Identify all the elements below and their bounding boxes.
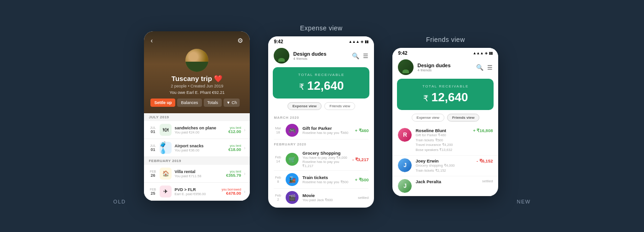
item-sub: Roseline has to pay you ₹460 bbox=[302, 131, 351, 135]
friend-info: Jack Peralta bbox=[415, 179, 478, 184]
item-sub: You paid €711.58 bbox=[174, 174, 223, 178]
friend-avatar: J bbox=[398, 158, 412, 172]
friend-avatar: J bbox=[398, 179, 412, 193]
old-phone-header: ‹ ⚙ Tuscany trip ❤️ 2 people • Created J… bbox=[144, 31, 250, 113]
item-date: Feb 26 bbox=[149, 170, 157, 178]
total-amount: ₹ 12,640 bbox=[279, 79, 363, 93]
main-container: OLD ‹ ⚙ Tuscany trip ❤️ 2 people • Creat… bbox=[0, 15, 644, 217]
total-card: TOTAL RECEIVABLE ₹ 12,640 bbox=[397, 79, 494, 110]
february-label: FEBRUARY 2020 bbox=[274, 142, 368, 146]
status-time: 9:42 bbox=[398, 51, 407, 56]
friend-item[interactable]: R Roseline Blunt Gift for Parker ₹460 Tr… bbox=[392, 125, 498, 156]
list-item[interactable]: Jul 01 🧳💧 Airport snacks You paid €36.00… bbox=[144, 139, 250, 157]
expense-view-title: Expense view bbox=[300, 24, 342, 32]
list-item[interactable]: Jul 01 🍽 sandwiches on plane You paid €2… bbox=[144, 121, 250, 139]
status-bar: 9:42 ▲▲▲ ◈ ▮▮ bbox=[268, 36, 374, 46]
item-name: Villa rental bbox=[174, 169, 223, 174]
old-header-top: ‹ ⚙ bbox=[150, 37, 243, 44]
group-avatar-img bbox=[274, 48, 289, 64]
totals-button[interactable]: Totals bbox=[204, 99, 222, 107]
total-label: TOTAL RECEIVABLE bbox=[279, 73, 363, 77]
friend-name: Roseline Blunt bbox=[415, 128, 469, 133]
old-phone-card: ‹ ⚙ Tuscany trip ❤️ 2 people • Created J… bbox=[144, 31, 250, 201]
friends-view-title: Friends view bbox=[426, 36, 465, 43]
item-icon: 🎮 bbox=[286, 124, 299, 137]
roseline-avatar: R bbox=[398, 128, 412, 142]
item-info: PVD > FLR Earl E. paid €956.00 bbox=[174, 187, 218, 196]
list-item[interactable]: Feb 14 🛒 Grocery Shopping You have to pa… bbox=[274, 148, 368, 171]
new-label-section: NEW bbox=[517, 24, 530, 208]
old-label: OLD bbox=[113, 199, 126, 204]
item-sub: You have to pay Joey ₹4,000Roseline has … bbox=[302, 156, 348, 168]
list-item[interactable]: Feb 26 🏠 Villa rental You paid €711.58 y… bbox=[144, 165, 250, 183]
item-info: Movie You paid Jack ₹600 bbox=[302, 193, 354, 202]
item-name: Airport snacks bbox=[174, 144, 225, 148]
friends-view-tab[interactable]: Friends view bbox=[324, 102, 355, 110]
item-date: Feb 2 bbox=[274, 193, 282, 202]
item-sub: You paid Jack ₹600 bbox=[302, 198, 354, 202]
group-members: 4 friends bbox=[293, 57, 352, 61]
item-name: Train tickets bbox=[302, 175, 351, 180]
old-phone: ‹ ⚙ Tuscany trip ❤️ 2 people • Created J… bbox=[144, 31, 250, 201]
item-icon: 🧳💧 bbox=[160, 142, 172, 154]
gear-icon[interactable]: ⚙ bbox=[237, 37, 243, 44]
item-sub: You paid €36.00 bbox=[174, 148, 225, 152]
status-bar: 9:42 ▲▲▲ ◈ ▮▮ bbox=[392, 48, 498, 58]
friend-item[interactable]: J Jack Peralta settled bbox=[392, 176, 498, 196]
item-amount: + ₹460 bbox=[355, 128, 368, 133]
list-item[interactable]: Mar 18 🎮 Gift for Parker Roseline has to… bbox=[274, 122, 368, 139]
group-name: Design dudes bbox=[417, 63, 476, 68]
menu-icon[interactable]: ☰ bbox=[487, 64, 493, 71]
item-info: Villa rental You paid €711.58 bbox=[174, 169, 223, 178]
currency-symbol: ₹ bbox=[299, 82, 304, 92]
menu-icon[interactable]: ☰ bbox=[363, 52, 368, 59]
settle-up-button[interactable]: Settle up bbox=[150, 99, 175, 107]
group-header: Design dudes 4 friends 🔍 ☰ bbox=[392, 58, 498, 79]
expense-list: July 2019 Jul 01 🍽 sandwiches on plane Y… bbox=[144, 113, 250, 201]
group-members: 4 friends bbox=[417, 68, 476, 72]
section-july: July 2019 bbox=[144, 113, 250, 121]
trip-title: Tuscany trip ❤️ bbox=[150, 75, 243, 83]
group-avatar bbox=[398, 59, 414, 75]
joey-avatar: J bbox=[398, 158, 412, 172]
item-name: Movie bbox=[302, 193, 354, 198]
friend-amount: - ₹6,152 bbox=[477, 158, 493, 163]
friends-view-tab[interactable]: Friends view bbox=[447, 114, 479, 122]
list-item[interactable]: Feb 8 🚂 Train tickets Roseline has to pa… bbox=[274, 171, 368, 189]
item-icon: 🎬 bbox=[286, 191, 299, 204]
group-info: Design dudes 4 friends bbox=[417, 63, 476, 72]
balances-button[interactable]: Balances bbox=[177, 99, 201, 107]
expense-view-tab[interactable]: Expense view bbox=[288, 102, 322, 110]
item-date: Feb 25 bbox=[149, 188, 157, 196]
search-icon[interactable]: 🔍 bbox=[476, 64, 483, 71]
group-header: Design dudes 4 friends 🔍 ☰ bbox=[268, 46, 374, 67]
march-label: MARCH 2020 bbox=[274, 116, 368, 120]
expense-view-panel: Expense view 9:42 ▲▲▲ ◈ ▮▮ Design dudes … bbox=[268, 24, 374, 208]
item-name: PVD > FLR bbox=[174, 187, 218, 192]
group-name: Design dudes bbox=[293, 51, 352, 57]
item-icon: ✈ bbox=[160, 186, 172, 197]
trip-subtitle: 2 people • Created Jun 2019 bbox=[150, 84, 243, 88]
tab-switcher: Expense view Friends view bbox=[268, 102, 374, 110]
item-amount: you lent €12.00 bbox=[229, 126, 242, 134]
item-icon: 🏠 bbox=[160, 168, 172, 180]
item-info: Train tickets Roseline has to pay you ₹5… bbox=[302, 175, 351, 184]
friends-list: R Roseline Blunt Gift for Parker ₹460 Tr… bbox=[392, 125, 498, 196]
friend-avatar: R bbox=[398, 128, 412, 142]
action-buttons: Settle up Balances Totals ▼ Ch bbox=[150, 99, 243, 107]
search-icon[interactable]: 🔍 bbox=[352, 52, 359, 59]
list-item[interactable]: Feb 25 ✈ PVD > FLR Earl E. paid €956.00 … bbox=[144, 183, 250, 201]
list-item[interactable]: Feb 2 🎬 Movie You paid Jack ₹600 settled bbox=[274, 189, 368, 207]
signal-icon: ▲▲▲ bbox=[349, 40, 360, 44]
header-icons: 🔍 ☰ bbox=[352, 52, 368, 59]
friend-item[interactable]: J Joey Erwin Grocery shopping ₹4,000 Tra… bbox=[392, 156, 498, 176]
signal-icon: ▲▲▲ bbox=[473, 51, 484, 55]
expense-view-tab[interactable]: Expense view bbox=[412, 114, 444, 122]
header-icons: 🔍 ☰ bbox=[476, 64, 493, 71]
friend-name: Joey Erwin bbox=[415, 158, 472, 163]
item-date: Mar 18 bbox=[274, 126, 282, 134]
filter-button[interactable]: ▼ Ch bbox=[224, 99, 240, 107]
friend-details: Grocery shopping ₹4,000 Train tickets ₹2… bbox=[415, 163, 472, 173]
battery-icon: ▮▮ bbox=[489, 51, 493, 55]
back-icon[interactable]: ‹ bbox=[150, 37, 153, 44]
